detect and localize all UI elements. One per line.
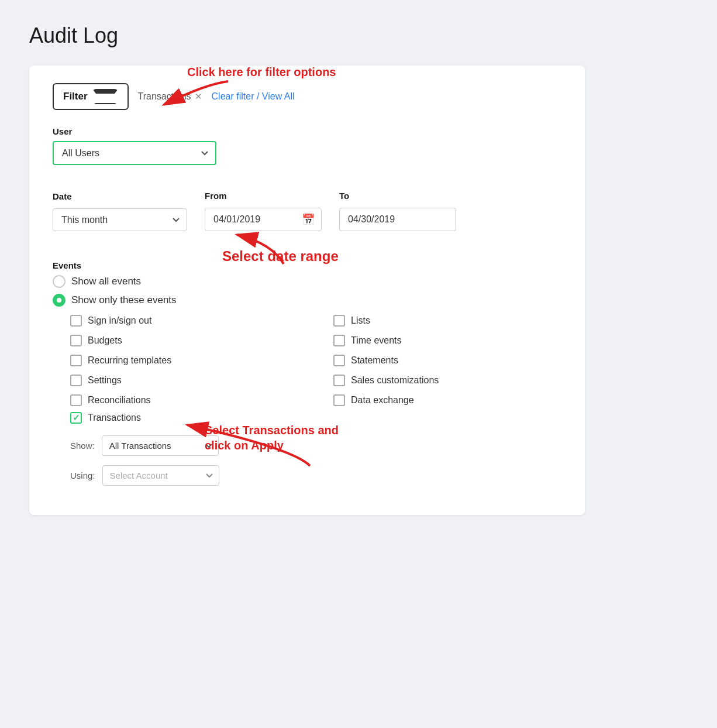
checkbox-transactions-label: Transactions: [88, 413, 141, 423]
checkbox-recurring-label: Recurring templates: [88, 355, 171, 366]
checkbox-reconciliations[interactable]: Reconciliations: [70, 394, 298, 406]
date-field: Date This month: [53, 191, 187, 231]
date-range-select[interactable]: This month: [53, 208, 187, 231]
close-icon[interactable]: ✕: [195, 91, 202, 102]
events-label: Events: [53, 260, 561, 270]
checkbox-sales-box[interactable]: [333, 375, 345, 386]
to-label: To: [339, 191, 456, 201]
to-field: To: [339, 191, 456, 231]
checkbox-statements-box[interactable]: [333, 355, 345, 366]
filter-annotation-text: Click here for filter options: [187, 66, 336, 79]
checkbox-lists[interactable]: Lists: [333, 315, 561, 327]
checkbox-statements-label: Statements: [351, 355, 398, 366]
filter-tag-label: Transactions: [138, 91, 191, 102]
checkbox-sales-label: Sales customizations: [351, 375, 439, 386]
checkbox-transactions[interactable]: Transactions: [70, 412, 561, 424]
filter-button-label: Filter: [63, 91, 88, 102]
calendar-icon: 📅: [302, 213, 315, 226]
page-title: Audit Log: [29, 23, 688, 48]
chevron-down-icon: [92, 89, 118, 104]
checkbox-lists-label: Lists: [351, 315, 370, 326]
radio-all-icon[interactable]: [53, 275, 66, 288]
radio-only-events[interactable]: Show only these events: [53, 294, 561, 307]
date-label: Date: [53, 191, 187, 201]
checkbox-budgets-label: Budgets: [88, 335, 122, 346]
filter-tag: Transactions ✕: [138, 91, 202, 102]
checkbox-recurring-box[interactable]: [70, 355, 82, 366]
user-select[interactable]: All Users: [53, 141, 216, 165]
radio-all-label: Show all events: [71, 276, 141, 287]
from-label: From: [205, 191, 322, 201]
checkbox-statements[interactable]: Statements: [333, 355, 561, 366]
user-section-label: User: [53, 126, 561, 136]
radio-only-label: Show only these events: [71, 294, 177, 306]
checkbox-settings-label: Settings: [88, 375, 122, 386]
checkbox-sign-in-box[interactable]: [70, 315, 82, 327]
checkbox-time-events-label: Time events: [351, 335, 402, 346]
filter-button[interactable]: Filter: [53, 83, 129, 110]
checkbox-recurring[interactable]: Recurring templates: [70, 355, 298, 366]
to-date-input[interactable]: [339, 208, 456, 231]
checkbox-time-events[interactable]: Time events: [333, 335, 561, 346]
using-row: Using: Select Account: [70, 465, 561, 486]
checkbox-reconciliations-label: Reconciliations: [88, 395, 151, 406]
checkbox-sign-in[interactable]: Sign in/sign out: [70, 315, 298, 327]
checkbox-data-exchange-box[interactable]: [333, 394, 345, 406]
using-select[interactable]: Select Account: [102, 465, 219, 486]
checkbox-time-events-box[interactable]: [333, 335, 345, 346]
checkbox-sign-in-label: Sign in/sign out: [88, 315, 151, 326]
events-section: Events Show all events Show only these e…: [53, 260, 561, 486]
radio-all-events[interactable]: Show all events: [53, 275, 561, 288]
show-select[interactable]: All Transactions: [102, 435, 219, 456]
checkbox-data-exchange-label: Data exchange: [351, 395, 414, 406]
from-field: From 📅: [205, 191, 322, 231]
filter-bar: Filter Transactions ✕ Clear filter / Vie…: [53, 83, 561, 110]
checkbox-budgets-box[interactable]: [70, 335, 82, 346]
checkbox-settings[interactable]: Settings: [70, 375, 298, 386]
checkbox-lists-box[interactable]: [333, 315, 345, 327]
radio-only-icon[interactable]: [53, 294, 66, 307]
checkbox-budgets[interactable]: Budgets: [70, 335, 298, 346]
checkbox-settings-box[interactable]: [70, 375, 82, 386]
show-row: Show: All Transactions: [70, 435, 561, 456]
checkbox-sales[interactable]: Sales customizations: [333, 375, 561, 386]
show-label: Show:: [70, 441, 95, 451]
checkbox-data-exchange[interactable]: Data exchange: [333, 394, 561, 406]
checkbox-transactions-box[interactable]: [70, 412, 82, 424]
clear-filter-link[interactable]: Clear filter / View All: [212, 91, 295, 102]
checkbox-reconciliations-box[interactable]: [70, 394, 82, 406]
using-label: Using:: [70, 471, 95, 480]
